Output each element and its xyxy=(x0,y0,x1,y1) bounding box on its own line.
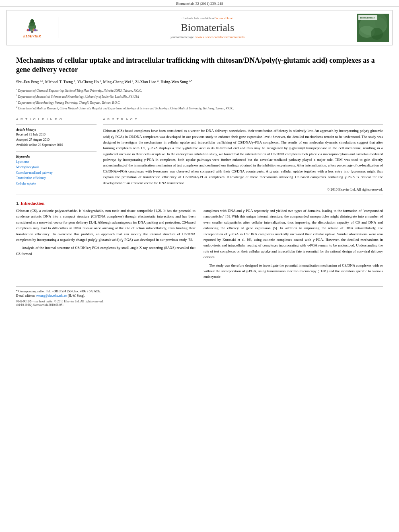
divider-2 xyxy=(16,195,383,195)
abstract-label: A B S T R A C T xyxy=(103,117,383,121)
intro-left-col: Chitosan (CS), a cationic polysaccharide… xyxy=(16,208,195,282)
accepted-date: Accepted 27 August 2010 xyxy=(16,138,97,143)
article-info-column: A R T I C L E I N F O Article history: R… xyxy=(16,117,97,191)
affiliation-b: b Department of Anatomical Sciences and … xyxy=(16,93,383,99)
article-info-label: A R T I C L E I N F O xyxy=(16,117,97,121)
intro-right-col: complexes with DNA and γ-PGA separately … xyxy=(204,208,383,282)
copyright-text: © 2010 Elsevier Ltd. All rights reserved… xyxy=(103,187,383,191)
divider-kw xyxy=(16,151,97,152)
divider-abstract xyxy=(103,124,383,125)
svg-rect-8 xyxy=(33,29,34,31)
article-content: Mechanisms of cellular uptake and intrac… xyxy=(0,49,399,310)
introduction-section: 1. Introduction Chitosan (CS), a cationi… xyxy=(16,201,383,282)
svg-rect-5 xyxy=(27,29,29,31)
elsevier-logo-area: ELSEVIER xyxy=(10,17,58,38)
homepage-url[interactable]: www.elsevier.com/locate/biomaterials xyxy=(195,35,245,39)
intro-para-1: Chitosan (CS), a cationic polysaccharide… xyxy=(16,208,195,242)
journal-homepage: journal homepage: www.elsevier.com/locat… xyxy=(62,35,353,39)
intro-body: Chitosan (CS), a cationic polysaccharide… xyxy=(16,208,383,282)
journal-badge: Biomaterials xyxy=(358,15,377,20)
intro-number: 1. xyxy=(16,201,21,205)
page: Biomaterials 32 (2011) 239–248 xyxy=(0,0,399,310)
sciencedirect-link[interactable]: ScienceDirect xyxy=(216,16,234,20)
journal-center: Contents lists available at ScienceDirec… xyxy=(58,16,357,39)
keywords-block: Keywords: Lysosome Macropinocytosis Cave… xyxy=(16,155,97,187)
svg-rect-6 xyxy=(29,29,30,31)
journal-citation: Biomaterials 32 (2011) 239–248 xyxy=(176,2,223,6)
footnote-email: E-mail address: hwsung@che.nthu.edu.tw (… xyxy=(16,294,383,298)
affiliation-a: a Department of Chemical Engineering, Na… xyxy=(16,87,383,93)
keyword-lysosome[interactable]: Lysosome xyxy=(16,159,97,165)
intro-title: 1. Introduction xyxy=(16,201,383,205)
info-abstract-section: A R T I C L E I N F O Article history: R… xyxy=(16,117,383,191)
elsevier-tree-icon xyxy=(22,17,42,33)
journal-name: Biomaterials xyxy=(62,22,353,34)
footnote-star: * Corresponding author. Tel.: +886 3 574… xyxy=(16,289,383,294)
journal-cover-image: Biomaterials xyxy=(357,14,389,42)
intro-para-4: The study was therefore designed to inve… xyxy=(204,263,383,280)
intro-para-2: Analysis of the internal structure of CS… xyxy=(16,245,195,257)
affiliation-c: c Department of Biotechnology, Vanung Un… xyxy=(16,99,383,105)
affiliation-d: d Department of Medical Research, China … xyxy=(16,105,383,111)
intro-heading: Introduction xyxy=(21,201,45,205)
top-citation-bar: Biomaterials 32 (2011) 239–248 xyxy=(0,0,399,7)
keyword-cellular-uptake[interactable]: Cellular uptake xyxy=(16,181,97,187)
divider-info xyxy=(16,124,97,125)
abstract-text: Chitosan (CS)-based complexes have been … xyxy=(103,128,383,186)
keyword-macropinocytosis[interactable]: Macropinocytosis xyxy=(16,164,97,170)
svg-rect-7 xyxy=(31,29,31,31)
svg-rect-9 xyxy=(34,29,35,31)
available-date: Available online 23 September 2010 xyxy=(16,143,97,148)
intro-para-3: complexes with DNA and γ-PGA separately … xyxy=(204,208,383,260)
keywords-label: Keywords: xyxy=(16,155,97,158)
sciencedirect-line: Contents lists available at ScienceDirec… xyxy=(62,16,353,20)
svg-point-3 xyxy=(30,19,34,23)
authors-text: Shu-Fen Peng a,d, Michael T. Tseng b, Yi… xyxy=(16,80,192,84)
elsevier-logo: ELSEVIER xyxy=(22,17,42,38)
footnote-area: * Corresponding author. Tel.: +886 3 574… xyxy=(16,286,383,298)
bottom-info: 0142-9612/$ – see front matter © 2010 El… xyxy=(16,300,383,307)
affiliations: a Department of Chemical Engineering, Na… xyxy=(16,87,383,111)
history-block: Article history: Received 31 July 2010 A… xyxy=(16,128,97,148)
svg-point-14 xyxy=(371,28,383,40)
history-label: Article history: xyxy=(16,128,97,131)
doi-line: doi:10.1016/j.biomaterials.2010.08.081 xyxy=(16,303,383,307)
authors-line: Shu-Fen Peng a,d, Michael T. Tseng b, Yi… xyxy=(16,79,383,85)
article-title: Mechanisms of cellular uptake and intrac… xyxy=(16,56,383,75)
divider-1 xyxy=(16,114,383,114)
abstract-column: A B S T R A C T Chitosan (CS)-based comp… xyxy=(103,117,383,191)
issn-line: 0142-9612/$ – see front matter © 2010 El… xyxy=(16,300,383,303)
email-link[interactable]: hwsung@che.nthu.edu.tw xyxy=(36,294,67,298)
received-date: Received 31 July 2010 xyxy=(16,132,97,138)
keyword-transfection[interactable]: Transfection efficiency xyxy=(16,175,97,181)
elsevier-name: ELSEVIER xyxy=(23,34,41,38)
journal-header: ELSEVIER Contents lists available at Sci… xyxy=(6,10,393,45)
keyword-caveolae[interactable]: Caveolae-mediated pathway xyxy=(16,170,97,176)
